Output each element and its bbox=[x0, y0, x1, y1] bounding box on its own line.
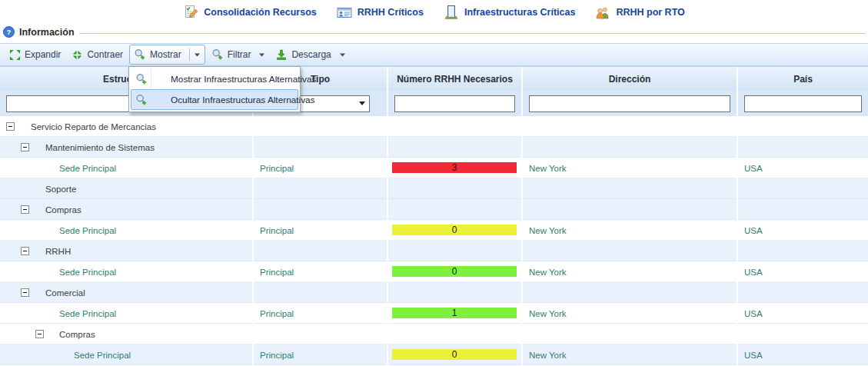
nav-infraestructuras-criticas-label: Infraestructuras Críticas bbox=[464, 7, 576, 18]
nav-consolidacion-recursos[interactable]: Consolidación Recursos bbox=[183, 5, 317, 20]
collapse-button-label: Contraer bbox=[87, 49, 123, 60]
app-root: Consolidación RecursosRRHH CríticosInfra… bbox=[0, 0, 868, 366]
filter-pais-input[interactable] bbox=[744, 95, 862, 112]
svg-text:?: ? bbox=[7, 28, 12, 36]
column-header-direccion[interactable]: Dirección bbox=[523, 67, 738, 91]
cell-estructura: Mantenimiento de Sistemas bbox=[0, 137, 254, 158]
chevron-down-icon[interactable] bbox=[340, 53, 345, 57]
cell-pais: USA bbox=[738, 220, 868, 241]
pais-value: USA bbox=[738, 351, 763, 360]
table-row[interactable]: Sede PrincipalPrincipal1New YorkUSA bbox=[0, 303, 868, 324]
tree-collapse-toggle[interactable] bbox=[21, 143, 29, 151]
tree-collapse-toggle[interactable] bbox=[6, 122, 15, 131]
direccion-value: New York bbox=[523, 351, 567, 360]
building-icon bbox=[444, 5, 459, 20]
rrhh-status-value: 0 bbox=[392, 225, 517, 235]
nav-rrhh-por-rto[interactable]: RRHH por RTO bbox=[595, 6, 684, 19]
cell-direccion bbox=[523, 324, 738, 344]
id-card-icon bbox=[337, 6, 352, 19]
magnifier-plus-icon bbox=[135, 94, 148, 106]
column-header-pais[interactable]: País bbox=[738, 67, 868, 91]
direccion-value: New York bbox=[523, 309, 567, 318]
rrhh-status-value: 1 bbox=[392, 308, 517, 318]
cell-direccion bbox=[523, 282, 738, 303]
cell-tipo bbox=[254, 241, 388, 261]
column-header-label: Dirección bbox=[609, 74, 651, 85]
filter-rrhh-input[interactable] bbox=[394, 95, 515, 112]
tree-collapse-toggle[interactable] bbox=[21, 205, 29, 214]
download-icon bbox=[275, 48, 288, 61]
table-row[interactable]: Compras bbox=[0, 199, 868, 220]
nav-rrhh-criticos-label: RRHH Críticos bbox=[358, 7, 424, 18]
menu-item-mostrar-alternativas[interactable]: Mostrar Infraestructuras Alternativas bbox=[131, 68, 298, 89]
cell-tipo: Principal bbox=[254, 344, 388, 365]
tree-collapse-toggle[interactable] bbox=[21, 288, 29, 297]
column-header-label: País bbox=[793, 74, 813, 85]
column-header-rrhh[interactable]: Número RRHH Necesarios bbox=[388, 67, 523, 91]
cell-estructura: Sede Principal bbox=[0, 261, 254, 282]
cell-pais bbox=[738, 282, 868, 303]
filter-cell bbox=[388, 91, 523, 116]
tipo-value: Principal bbox=[254, 226, 294, 235]
menu-item-ocultar-alternativas-label: Ocultar Infraestructuras Alternativas bbox=[171, 95, 315, 105]
nav-rrhh-criticos[interactable]: RRHH Críticos bbox=[337, 6, 424, 19]
expand-button[interactable]: Expandir bbox=[5, 45, 65, 65]
grid-body: Servicio Reparto de MercanciasMantenimie… bbox=[0, 116, 868, 365]
table-row[interactable]: Sede PrincipalPrincipal0New YorkUSA bbox=[0, 344, 868, 365]
cell-estructura: Comercial bbox=[0, 282, 254, 303]
filter-direccion-input[interactable] bbox=[529, 95, 730, 112]
table-row[interactable]: Servicio Reparto de Mercancias bbox=[0, 116, 868, 137]
collapse-button[interactable]: Contraer bbox=[67, 45, 128, 65]
nav-infraestructuras-criticas[interactable]: Infraestructuras Críticas bbox=[444, 5, 576, 20]
chevron-down-icon[interactable] bbox=[259, 53, 264, 57]
tipo-value: Principal bbox=[254, 268, 294, 277]
structure-name: Compras bbox=[59, 330, 95, 339]
tree-collapse-toggle[interactable] bbox=[35, 330, 44, 338]
table-row[interactable]: Sede PrincipalPrincipal0New YorkUSA bbox=[0, 220, 868, 241]
cell-rrhh bbox=[388, 116, 523, 137]
table-row[interactable]: RRHH bbox=[0, 241, 868, 261]
table-row[interactable]: Compras bbox=[0, 324, 868, 344]
direccion-value: New York bbox=[523, 268, 567, 277]
cell-pais: USA bbox=[738, 158, 868, 178]
cell-tipo bbox=[254, 178, 388, 199]
tree-collapse-toggle[interactable] bbox=[21, 247, 29, 255]
chevron-down-icon[interactable] bbox=[189, 48, 205, 61]
rrhh-status-value: 0 bbox=[392, 266, 517, 277]
filter-cell bbox=[738, 91, 868, 116]
structure-name: Sede Principal bbox=[74, 351, 131, 360]
expand-icon bbox=[9, 49, 21, 61]
doc-pencil-icon bbox=[183, 5, 198, 20]
cell-direccion bbox=[523, 199, 738, 220]
filter-button-label: Filtrar bbox=[228, 49, 251, 60]
table-row[interactable]: Comercial bbox=[0, 282, 868, 303]
cell-rrhh: 0 bbox=[388, 220, 523, 241]
cell-direccion: New York bbox=[523, 261, 738, 282]
magnifier-plus-icon bbox=[134, 48, 146, 61]
cell-pais bbox=[738, 116, 868, 137]
filter-button[interactable]: Filtrar bbox=[207, 45, 270, 65]
cell-rrhh bbox=[388, 324, 523, 344]
panel-divider bbox=[79, 33, 866, 34]
table-row[interactable]: Mantenimiento de Sistemas bbox=[0, 137, 868, 158]
help-icon[interactable]: ? bbox=[3, 26, 15, 38]
tipo-value: Principal bbox=[254, 309, 294, 318]
table-row[interactable]: Sede PrincipalPrincipal3New YorkUSA bbox=[0, 158, 868, 178]
cell-rrhh bbox=[388, 137, 523, 158]
table-row[interactable]: Soporte bbox=[0, 178, 868, 199]
cell-rrhh: 0 bbox=[388, 344, 523, 365]
rrhh-status-value: 0 bbox=[392, 349, 517, 360]
table-row[interactable]: Sede PrincipalPrincipal0New YorkUSA bbox=[0, 261, 868, 282]
download-button[interactable]: Descarga bbox=[271, 45, 349, 65]
magnifier-plus-icon bbox=[211, 48, 224, 61]
cell-direccion: New York bbox=[523, 158, 738, 178]
column-header-label: Número RRHH Necesarios bbox=[397, 74, 513, 85]
menu-item-ocultar-alternativas[interactable]: Ocultar Infraestructuras Alternativas bbox=[131, 89, 298, 110]
pais-value: USA bbox=[738, 164, 763, 173]
panel-title: Información bbox=[19, 27, 75, 38]
mostrar-dropdown-menu: Mostrar Infraestructuras AlternativasOcu… bbox=[128, 66, 301, 112]
show-button[interactable]: Mostrar bbox=[129, 45, 205, 65]
menu-item-mostrar-alternativas-label: Mostrar Infraestructuras Alternativas bbox=[171, 74, 316, 85]
nav-consolidacion-recursos-label: Consolidación Recursos bbox=[204, 7, 317, 18]
expand-button-label: Expandir bbox=[25, 49, 61, 60]
